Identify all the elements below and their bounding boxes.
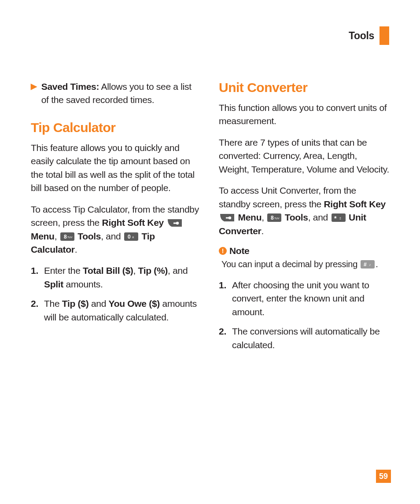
total-bill-label: Total Bill ($): [83, 265, 133, 276]
tip-pct-label: Tip (%): [138, 265, 168, 276]
key-hash-icon: #♪: [361, 259, 375, 268]
page-number: 59: [376, 470, 391, 483]
section-title: Tools: [349, 30, 374, 42]
step-number: 2.: [31, 297, 40, 324]
key-0-icon: 0±: [124, 231, 138, 239]
text: amounts.: [63, 279, 103, 289]
svg-text:8: 8: [64, 234, 67, 240]
right-soft-key-label: Right Soft Key: [324, 199, 386, 209]
bullet-saved-times: ▶ Saved Times: Allows you to see a list …: [31, 80, 201, 107]
soft-key-icon: [220, 212, 235, 221]
text: .: [376, 259, 378, 269]
left-column: ▶ Saved Times: Allows you to see a list …: [31, 80, 201, 358]
step-content: The conversions will automatically be ca…: [232, 325, 389, 352]
triangle-right-icon: ▶: [31, 80, 37, 107]
key-8-icon: 8TUV: [267, 212, 281, 221]
step-number: 1.: [31, 264, 40, 291]
tools-label: Tools: [285, 212, 308, 222]
accent-bar: [379, 26, 389, 45]
note-block: ! Note You can input a decimal by pressi…: [219, 246, 389, 271]
svg-rect-16: [361, 260, 375, 269]
step-number: 2.: [219, 325, 228, 352]
text: .: [75, 244, 77, 254]
tip-dollar-label: Tip ($): [62, 298, 89, 309]
text: .: [262, 226, 264, 236]
exclamation-icon: !: [219, 247, 227, 255]
text: and: [88, 298, 108, 309]
text: ,: [262, 212, 266, 222]
step-content: After choosing the unit you want to conv…: [232, 279, 389, 319]
right-column: Unit Converter This function allows you …: [219, 80, 389, 358]
note-heading: ! Note: [219, 246, 389, 256]
svg-text:‡: ‡: [339, 217, 341, 220]
svg-text:#: #: [364, 261, 367, 268]
note-label: Note: [229, 246, 249, 256]
key-8-icon: 8TUV: [60, 231, 74, 239]
text: ,: [55, 231, 59, 241]
unit-converter-access: To access Unit Converter, from the stand…: [219, 184, 389, 238]
tip-calc-desc: This feature allows you to quickly and e…: [31, 141, 201, 195]
unit-step-1: 1. After choosing the unit you want to c…: [219, 279, 389, 319]
key-star-icon: *‡: [332, 212, 346, 221]
svg-text:♪: ♪: [369, 263, 371, 267]
svg-text:0: 0: [128, 234, 131, 240]
content-columns: ▶ Saved Times: Allows you to see a list …: [31, 80, 389, 358]
step-content: The Tip ($) and You Owe ($) amounts will…: [44, 297, 201, 324]
text: The: [44, 298, 62, 309]
tip-calc-access: To access Tip Calculator, from the stand…: [31, 203, 201, 257]
svg-rect-1: [173, 223, 176, 224]
tools-label: Tools: [77, 231, 101, 241]
text: , and: [101, 231, 123, 241]
svg-rect-5: [124, 232, 138, 241]
text: ,: [133, 265, 138, 276]
text: Enter the: [44, 265, 83, 276]
heading-tip-calculator: Tip Calculator: [31, 120, 201, 135]
page-header: Tools: [31, 26, 389, 45]
menu-label: Menu: [238, 212, 262, 222]
right-soft-key-label: Right Soft Key: [102, 217, 164, 228]
text: , and: [168, 265, 188, 276]
svg-rect-13: [332, 213, 346, 222]
text: You can input a decimal by pressing: [221, 259, 360, 269]
soft-key-icon: [167, 217, 182, 226]
svg-rect-9: [226, 217, 228, 219]
unit-step-2: 2. The conversions will automatically be…: [219, 325, 389, 352]
svg-point-0: [176, 222, 178, 224]
heading-unit-converter: Unit Converter: [219, 80, 389, 95]
page: Tools ▶ Saved Times: Allows you to see a…: [0, 0, 420, 504]
bullet-content: Saved Times: Allows you to see a list of…: [41, 80, 201, 107]
unit-converter-types: There are 7 types of units that can be c…: [219, 136, 389, 176]
step-content: Enter the Total Bill ($), Tip (%), and S…: [44, 264, 201, 291]
tip-step-1: 1. Enter the Total Bill ($), Tip (%), an…: [31, 264, 201, 291]
split-label: Split: [44, 279, 63, 289]
you-owe-label: You Owe ($): [109, 298, 160, 309]
svg-text:TUV: TUV: [274, 217, 279, 220]
svg-point-8: [228, 217, 231, 219]
text: , and: [308, 212, 331, 222]
svg-text:*: *: [334, 215, 337, 222]
unit-converter-desc: This function allows you to convert unit…: [219, 101, 389, 128]
menu-label: Menu: [31, 231, 55, 241]
tip-step-2: 2. The Tip ($) and You Owe ($) amounts w…: [31, 297, 201, 324]
svg-text:8: 8: [271, 215, 274, 221]
step-number: 1.: [219, 279, 228, 319]
svg-text:TUV: TUV: [67, 236, 72, 239]
bullet-label: Saved Times:: [41, 81, 99, 92]
note-body: You can input a decimal by pressing #♪ .: [219, 258, 389, 271]
